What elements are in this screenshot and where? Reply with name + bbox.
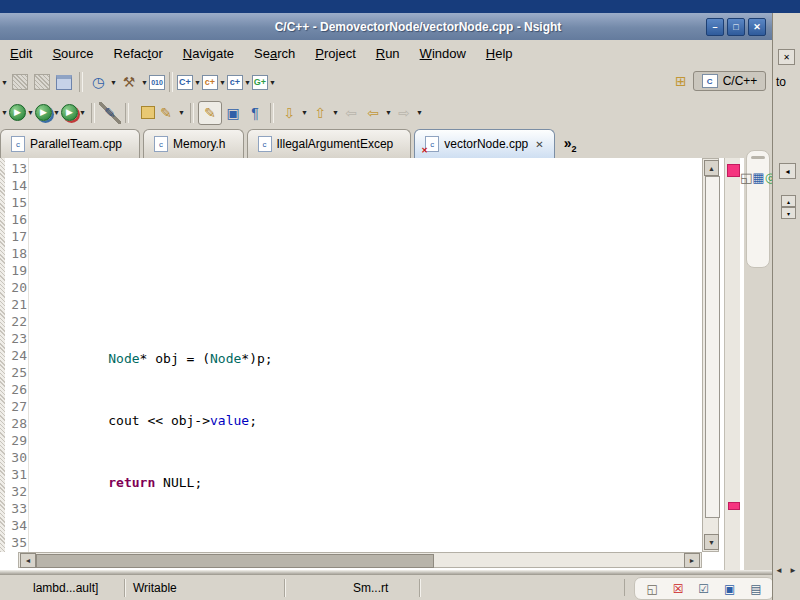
last-edit-location-icon[interactable]: ⇧ bbox=[309, 102, 331, 124]
menu-item[interactable]: Window bbox=[410, 42, 476, 65]
save-all-icon[interactable] bbox=[31, 71, 53, 93]
profile-icon[interactable]: ▶ bbox=[35, 104, 52, 121]
build-hammer-icon[interactable]: ⚒ bbox=[118, 71, 140, 93]
spinner-up-icon[interactable]: ▴ bbox=[781, 195, 796, 207]
background-close-icon[interactable]: ✕ bbox=[778, 49, 795, 65]
new-cpp-class-icon[interactable]: c+ bbox=[202, 75, 218, 90]
new-cpp-class-dropdown-icon[interactable]: ▼ bbox=[218, 71, 227, 93]
line-number: 14 bbox=[5, 177, 27, 194]
print-icon[interactable] bbox=[53, 71, 75, 93]
scroll-down-icon[interactable]: ▼ bbox=[704, 534, 719, 550]
editor-tab[interactable]: c IllegalArgumentExcep bbox=[247, 129, 412, 158]
forward-disabled-icon[interactable]: ⇨ bbox=[393, 102, 415, 124]
background-back-icon[interactable]: ◂ bbox=[779, 163, 796, 179]
back-dropdown-icon[interactable]: ▼ bbox=[384, 102, 393, 124]
forward-dropdown-icon[interactable]: ▼ bbox=[415, 102, 424, 124]
code-editor[interactable]: 1314151617181920212223242526272829303132… bbox=[0, 158, 745, 570]
menu-item[interactable]: Search bbox=[244, 42, 305, 65]
editor-tab[interactable]: c Memory.h bbox=[143, 129, 243, 158]
new-c-project-dropdown-icon[interactable]: ▼ bbox=[193, 71, 202, 93]
vertical-scroll-thumb[interactable] bbox=[705, 176, 720, 518]
last-edit-dropdown-icon[interactable]: ▼ bbox=[331, 102, 340, 124]
save-icon[interactable] bbox=[9, 71, 31, 93]
save-annotation-icon[interactable]: ⇩ bbox=[278, 102, 300, 124]
status-insert-mode[interactable]: Sm...rt bbox=[345, 579, 420, 597]
editor-tab[interactable]: c✕ vectorNode.cpp ✕ bbox=[414, 129, 554, 158]
code-line[interactable] bbox=[30, 530, 702, 547]
run-dropdown-icon[interactable]: ▼ bbox=[26, 102, 35, 124]
title-bar[interactable]: C/C++ - DemovectorNode/vectorNode.cpp - … bbox=[0, 13, 772, 41]
overflow-dropdown-icon[interactable]: ▼ bbox=[0, 71, 9, 93]
code-line[interactable]: return NULL; bbox=[30, 406, 702, 423]
drag-handle[interactable] bbox=[751, 156, 765, 159]
overview-error-marker[interactable] bbox=[727, 164, 740, 177]
coverage-dropdown-icon[interactable]: ▼ bbox=[78, 102, 87, 124]
new-class-dropdown-icon[interactable]: ▼ bbox=[268, 71, 277, 93]
cpp-perspective-icon: C bbox=[702, 74, 718, 88]
code-line[interactable] bbox=[30, 468, 702, 485]
close-icon[interactable]: ✕ bbox=[748, 18, 766, 36]
problems-view-icon[interactable]: ☒ bbox=[673, 583, 684, 595]
spinner-down-icon[interactable]: ▾ bbox=[781, 207, 796, 219]
menu-item[interactable]: Help bbox=[476, 42, 523, 65]
tab-overflow-chevron[interactable]: »2 bbox=[564, 135, 577, 154]
restore-view-icon[interactable]: ◱ bbox=[740, 170, 752, 185]
new-class-icon[interactable]: G+ bbox=[252, 75, 268, 90]
menu-item[interactable]: Refactor bbox=[104, 42, 173, 65]
build-dropdown-icon[interactable]: ▼ bbox=[140, 71, 149, 93]
menu-item[interactable]: Edit bbox=[0, 42, 42, 65]
menu-item[interactable]: Navigate bbox=[173, 42, 244, 65]
overview-line-error-marker[interactable] bbox=[728, 502, 740, 510]
highlight-pen-icon[interactable]: ✎ bbox=[155, 102, 177, 124]
background-scroll-right-icon[interactable]: ► bbox=[789, 566, 797, 575]
background-scroll-left-icon[interactable]: ◄ bbox=[775, 566, 783, 575]
scroll-left-icon[interactable]: ◄ bbox=[20, 553, 36, 568]
horizontal-scrollbar[interactable]: ◄ ► bbox=[18, 552, 702, 568]
build-schedule-icon[interactable]: ◷ bbox=[87, 71, 109, 93]
fast-view-bar-bottom: ◱☒☑▣▤ bbox=[634, 577, 774, 600]
vertical-scrollbar[interactable]: ▲ ▼ bbox=[702, 158, 719, 552]
scroll-right-icon[interactable]: ► bbox=[684, 553, 700, 568]
profile-dropdown-icon[interactable]: ▼ bbox=[52, 102, 61, 124]
tab-close-icon[interactable]: ✕ bbox=[535, 139, 543, 150]
properties-view-icon[interactable]: ▤ bbox=[750, 583, 761, 595]
new-c-file-dropdown-icon[interactable]: ▼ bbox=[243, 71, 252, 93]
tasks-view-icon[interactable]: ☑ bbox=[698, 583, 709, 595]
restore-view-icon[interactable]: ◱ bbox=[646, 583, 657, 595]
menu-item[interactable]: Project bbox=[305, 42, 365, 65]
coverage-icon[interactable]: ▶ bbox=[61, 104, 78, 121]
mark-occurrences-icon[interactable]: ▣ bbox=[222, 102, 244, 124]
cpp-perspective-button[interactable]: C C/C++ bbox=[693, 71, 767, 91]
background-spinner[interactable]: ▴ ▾ bbox=[781, 195, 796, 219]
highlight-active-icon[interactable]: ✎ bbox=[198, 101, 222, 125]
code-line[interactable] bbox=[30, 220, 702, 237]
code-line[interactable]: cout << obj->value; bbox=[30, 344, 702, 361]
build-schedule-dropdown-icon[interactable]: ▼ bbox=[109, 71, 118, 93]
menu-item[interactable]: Source bbox=[42, 42, 103, 65]
horizontal-scroll-thumb[interactable] bbox=[36, 554, 434, 568]
minimize-icon[interactable]: – bbox=[706, 18, 724, 36]
line-number-ruler[interactable]: 1314151617181920212223242526272829303132… bbox=[5, 160, 27, 552]
new-c-file-icon[interactable]: c+ bbox=[227, 75, 243, 90]
back-disabled-icon[interactable]: ⇦ bbox=[340, 102, 362, 124]
maximize-icon[interactable]: □ bbox=[727, 18, 745, 36]
error-overlay-icon: ✕ bbox=[421, 146, 428, 155]
new-c-project-icon[interactable]: C+ bbox=[177, 75, 193, 90]
pencil-slash-icon[interactable]: ✎ bbox=[99, 102, 121, 124]
outline-view-icon[interactable]: ▦ bbox=[752, 170, 764, 185]
open-perspective-icon[interactable]: ⊞ bbox=[675, 73, 687, 89]
scroll-up-icon[interactable]: ▲ bbox=[704, 160, 719, 176]
binary-file-icon[interactable]: 010 bbox=[149, 75, 165, 90]
code-area[interactable]: Node* obj = (Node*)p; cout << obj->value… bbox=[30, 160, 702, 552]
show-whitespace-icon[interactable]: ¶ bbox=[244, 102, 266, 124]
open-element-icon[interactable]: ● bbox=[133, 102, 155, 124]
console-view-icon[interactable]: ▣ bbox=[724, 583, 735, 595]
editor-tab[interactable]: c ParallelTeam.cpp bbox=[0, 129, 140, 158]
debug-dropdown-icon[interactable]: ▼ bbox=[0, 102, 9, 124]
highlight-dropdown-icon[interactable]: ▼ bbox=[177, 102, 186, 124]
code-line[interactable]: Node* obj = (Node*)p; bbox=[30, 282, 702, 299]
save-annotation-dropdown-icon[interactable]: ▼ bbox=[300, 102, 309, 124]
run-icon[interactable]: ▶ bbox=[9, 104, 26, 121]
back-icon[interactable]: ⇦ bbox=[362, 102, 384, 124]
menu-item[interactable]: Run bbox=[366, 42, 410, 65]
